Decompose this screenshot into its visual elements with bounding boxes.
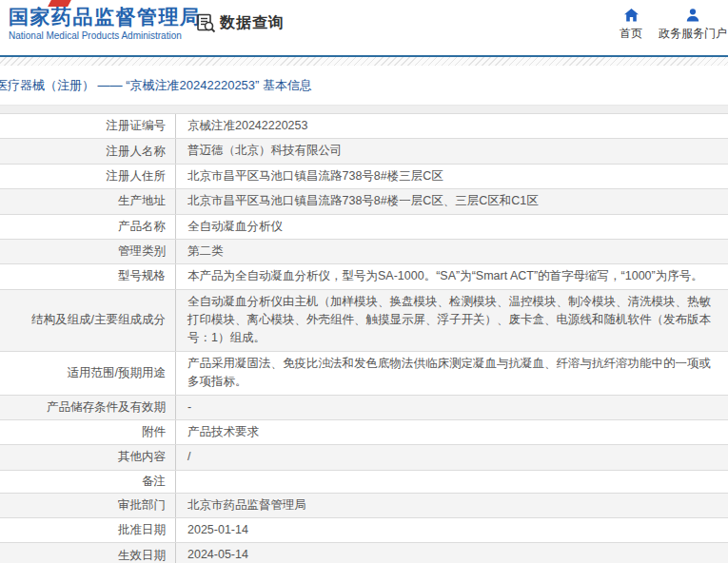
row-value: 北京市昌平区马池口镇昌流路738号8#楼一层C区、三层C区和C1区 — [176, 189, 728, 213]
row-label: 注册证编号 — [0, 114, 176, 138]
row-label: 产品储存条件及有效期 — [0, 396, 176, 419]
row-label-text: 生产地址 — [118, 193, 166, 209]
row-label-text: 生效日期 — [118, 548, 166, 563]
row-label: 管理类别 — [0, 240, 176, 263]
row-value-text: 北京市昌平区马池口镇昌流路738号8#楼三层C区 — [187, 167, 443, 185]
nav-home-label: 首页 — [620, 26, 642, 42]
row-value: 产品采用凝固法、免疫比浊法和发色底物法供临床测定凝血与抗凝血、纤溶与抗纤溶功能中… — [176, 352, 728, 395]
user-icon — [685, 8, 700, 23]
logo-subtitle: National Medical Products Administration — [9, 30, 202, 41]
table-row: 产品储存条件及有效期- — [0, 395, 728, 419]
red-banner-artifact — [48, 0, 71, 7]
doc-search-icon — [195, 12, 216, 33]
row-label: 适用范围/预期用途 — [0, 352, 176, 395]
row-label-text: 审批部门 — [118, 497, 166, 514]
row-value-text: 京械注准20242220253 — [187, 117, 307, 135]
table-row: 结构及组成/主要组成成分全自动凝血分析仪由主机（加样模块、换盘模块、检测模块、温… — [0, 289, 728, 351]
row-value-text: 北京市药品监督管理局 — [187, 496, 306, 514]
row-label: 附件 — [0, 420, 176, 444]
row-value: 全自动凝血分析仪 — [176, 215, 728, 239]
row-value-text: 全自动凝血分析仪 — [187, 218, 283, 236]
row-label-text: 适用范围/预期用途 — [68, 365, 166, 381]
row-value: 产品技术要求 — [176, 420, 728, 444]
table-row: 注册人住所北京市昌平区马池口镇昌流路738号8#楼三层C区 — [0, 164, 728, 188]
row-label-text: 结构及组成/主要组成成分 — [31, 312, 166, 328]
row-label-text: 产品名称 — [118, 219, 166, 235]
row-value-text: 2025-01-14 — [187, 521, 248, 539]
table-row: 注册人名称普迈德（北京）科技有限公司 — [0, 138, 728, 163]
row-value-text: 北京市昌平区马池口镇昌流路738号8#楼一层C区、三层C区和C1区 — [187, 192, 539, 210]
row-value: 2024-05-14 — [176, 543, 728, 563]
table-row: 注册证编号京械注准20242220253 — [0, 113, 728, 138]
row-label: 审批部门 — [0, 494, 176, 517]
row-value-text: 2024-05-14 — [187, 546, 248, 563]
row-value-text: 产品技术要求 — [187, 423, 259, 441]
nav-gov-portal[interactable]: 政务服务门户 — [659, 8, 727, 42]
row-label-text: 管理类别 — [118, 243, 166, 260]
row-label: 生效日期 — [0, 543, 176, 563]
row-value-text: 第二类 — [187, 243, 224, 261]
row-value-text: 普迈德（北京）科技有限公司 — [187, 142, 343, 160]
row-value: 普迈德（北京）科技有限公司 — [176, 139, 728, 163]
nav-gov-portal-label: 政务服务门户 — [659, 26, 727, 42]
row-label-text: 产品储存条件及有效期 — [47, 399, 166, 416]
table-row: 生效日期2024-05-14 — [0, 542, 728, 563]
row-value: 本产品为全自动凝血分析仪，型号为SA-1000。“SA”为“Smart ACT”… — [176, 264, 728, 288]
table-row: 备注 — [0, 470, 728, 493]
row-label: 型号规格 — [0, 264, 176, 288]
data-query-label: 数据查询 — [220, 13, 285, 33]
table-row: 批准日期2025-01-14 — [0, 517, 728, 542]
row-value: / — [176, 445, 728, 469]
info-table: 注册证编号京械注准20242220253注册人名称普迈德（北京）科技有限公司注册… — [0, 113, 728, 563]
row-value-text: - — [187, 398, 191, 417]
logo-title: 国家药品监督管理局 — [9, 6, 202, 29]
row-label-text: 备注 — [142, 474, 166, 490]
breadcrumb: 医疗器械（注册） —— “京械注准20242220253” 基本信息 — [0, 78, 312, 92]
row-label: 注册人住所 — [0, 165, 176, 188]
row-label: 注册人名称 — [0, 139, 176, 163]
row-label: 结构及组成/主要组成成分 — [0, 290, 176, 351]
nav-home[interactable]: 首页 — [609, 8, 653, 42]
row-value: 北京市昌平区马池口镇昌流路738号8#楼三层C区 — [176, 165, 728, 188]
page-header: 国家药品监督管理局 National Medical Products Admi… — [0, 0, 728, 55]
row-value: 2025-01-14 — [176, 518, 728, 542]
table-row: 管理类别第二类 — [0, 239, 728, 263]
row-label: 产品名称 — [0, 215, 176, 239]
home-icon — [623, 8, 639, 23]
row-value: 北京市药品监督管理局 — [176, 494, 728, 517]
data-query-heading: 数据查询 — [195, 12, 285, 33]
hatched-band — [0, 57, 728, 66]
row-value-text: 产品采用凝固法、免疫比浊法和发色底物法供临床测定凝血与抗凝血、纤溶与抗纤溶功能中… — [187, 355, 717, 392]
gap-strip — [0, 106, 728, 113]
row-label-text: 注册人名称 — [107, 144, 167, 160]
row-value — [176, 471, 728, 493]
row-label-text: 型号规格 — [118, 268, 166, 284]
table-row: 审批部门北京市药品监督管理局 — [0, 493, 728, 517]
row-value-text: 本产品为全自动凝血分析仪，型号为SA-1000。“SA”为“Smart ACT”… — [187, 267, 703, 285]
row-label: 备注 — [0, 471, 176, 493]
row-value: 京械注准20242220253 — [176, 114, 728, 138]
row-value: - — [176, 396, 728, 419]
row-value-text: / — [187, 448, 190, 466]
table-row: 生产地址北京市昌平区马池口镇昌流路738号8#楼一层C区、三层C区和C1区 — [0, 188, 728, 213]
row-value: 第二类 — [176, 240, 728, 263]
row-label: 其他内容 — [0, 445, 176, 469]
row-label-text: 注册人住所 — [107, 168, 167, 184]
table-row: 产品名称全自动凝血分析仪 — [0, 214, 728, 239]
row-label-text: 附件 — [142, 424, 166, 440]
table-row: 适用范围/预期用途产品采用凝固法、免疫比浊法和发色底物法供临床测定凝血与抗凝血、… — [0, 351, 728, 395]
nmpa-logo: 国家药品监督管理局 National Medical Products Admi… — [9, 6, 202, 41]
row-label-text: 批准日期 — [118, 522, 166, 538]
row-value: 全自动凝血分析仪由主机（加样模块、换盘模块、检测模块、温控模块、制冷模块、清洗模… — [176, 290, 728, 351]
table-row: 型号规格本产品为全自动凝血分析仪，型号为SA-1000。“SA”为“Smart … — [0, 263, 728, 288]
row-label-text: 其他内容 — [118, 449, 166, 465]
row-label-text: 注册证编号 — [107, 118, 167, 134]
row-value-text: 全自动凝血分析仪由主机（加样模块、换盘模块、检测模块、温控模块、制冷模块、清洗模… — [187, 293, 717, 348]
row-label: 批准日期 — [0, 518, 176, 542]
row-label: 生产地址 — [0, 189, 176, 213]
table-row: 附件产品技术要求 — [0, 419, 728, 444]
breadcrumb-bar: 医疗器械（注册） —— “京械注准20242220253” 基本信息 — [0, 66, 728, 106]
table-row: 其他内容/ — [0, 444, 728, 469]
